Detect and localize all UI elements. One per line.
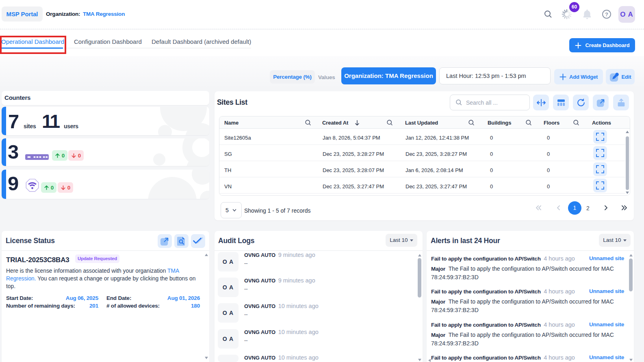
svg-text:?: ? xyxy=(605,11,608,17)
